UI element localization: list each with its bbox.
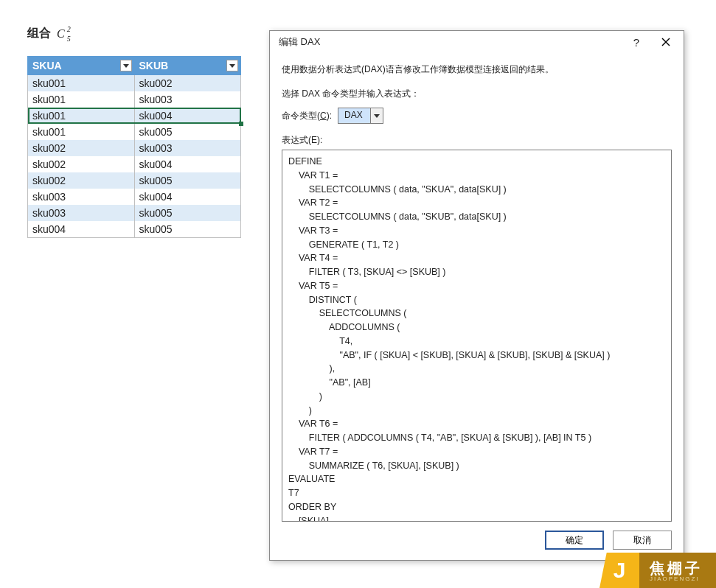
combination-formula: C25: [57, 27, 71, 41]
table-row[interactable]: sku001sku004: [28, 108, 241, 124]
close-icon: [661, 38, 670, 46]
table-cell[interactable]: sku002: [28, 140, 135, 156]
table-cell[interactable]: sku001: [28, 108, 135, 124]
cmd-type-select[interactable]: DAX: [338, 108, 383, 124]
filter-dropdown-icon[interactable]: [226, 60, 238, 71]
table-cell[interactable]: sku005: [134, 124, 241, 140]
dialog-description: 使用数据分析表达式(DAX)语言修改工作簿数据模型连接返回的结果。: [282, 63, 672, 76]
heading-text: 组合: [27, 26, 51, 41]
table-cell[interactable]: sku005: [134, 172, 241, 189]
table-row[interactable]: sku002sku004: [28, 156, 241, 172]
table-cell[interactable]: sku002: [134, 75, 241, 92]
expression-label: 表达式(E):: [282, 134, 672, 147]
cmd-type-label: 命令类型(C):: [282, 110, 332, 122]
table-cell[interactable]: sku003: [134, 140, 241, 156]
table-cell[interactable]: sku001: [28, 124, 135, 140]
edit-dax-dialog: 编辑 DAX ? 使用数据分析表达式(DAX)语言修改工作簿数据模型连接返回的结…: [269, 30, 684, 561]
chevron-down-icon: [370, 108, 383, 124]
ok-button[interactable]: 确定: [545, 531, 604, 550]
table-row[interactable]: sku001sku005: [28, 124, 241, 140]
table-cell[interactable]: sku003: [28, 189, 135, 205]
table-cell[interactable]: sku003: [28, 205, 135, 221]
table-cell[interactable]: sku001: [28, 91, 135, 108]
help-button[interactable]: ?: [622, 32, 651, 52]
col-header-skua[interactable]: SKUA: [28, 57, 135, 75]
col-header-skub[interactable]: SKUB: [134, 57, 241, 75]
table-row[interactable]: sku002sku005: [28, 172, 241, 189]
table-cell[interactable]: sku001: [28, 75, 135, 92]
table-cell[interactable]: sku005: [134, 205, 241, 221]
table-row[interactable]: sku001sku002: [28, 75, 241, 92]
table-cell[interactable]: sku005: [134, 221, 241, 238]
cancel-button[interactable]: 取消: [613, 531, 672, 550]
watermark-name: 焦棚子: [650, 560, 703, 576]
table-cell[interactable]: sku003: [134, 91, 241, 108]
select-cmd-label: 选择 DAX 命令类型并输入表达式：: [282, 88, 672, 100]
table-row[interactable]: sku004sku005: [28, 221, 241, 238]
watermark-pinyin: JIAOPENGZI: [650, 576, 703, 583]
table-cell[interactable]: sku004: [134, 189, 241, 205]
table-row[interactable]: sku003sku005: [28, 205, 241, 221]
dialog-titlebar: 编辑 DAX ?: [270, 31, 684, 53]
table-cell[interactable]: sku002: [28, 172, 135, 189]
expression-textarea[interactable]: DEFINE VAR T1 = SELECTCOLUMNS ( data, "S…: [282, 150, 672, 522]
table-cell[interactable]: sku004: [134, 108, 241, 124]
table-row[interactable]: sku003sku004: [28, 189, 241, 205]
dialog-title: 编辑 DAX: [279, 35, 622, 49]
result-table[interactable]: SKUA SKUB sku001sku002sku001sku003sku001…: [27, 56, 241, 238]
table-cell[interactable]: sku004: [134, 156, 241, 172]
table-cell[interactable]: sku004: [28, 221, 135, 238]
table-cell[interactable]: sku002: [28, 156, 135, 172]
watermark: J 焦棚子 JIAOPENGZI: [599, 553, 716, 588]
page-heading: 组合 C25: [27, 26, 241, 41]
watermark-logo: J: [599, 553, 639, 588]
table-row[interactable]: sku001sku003: [28, 91, 241, 108]
filter-dropdown-icon[interactable]: [120, 60, 132, 71]
close-button[interactable]: [651, 32, 681, 52]
table-row[interactable]: sku002sku003: [28, 140, 241, 156]
